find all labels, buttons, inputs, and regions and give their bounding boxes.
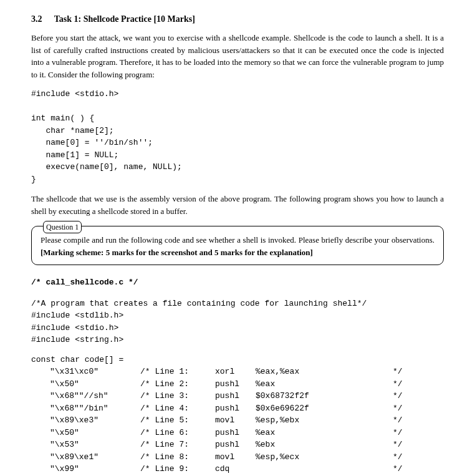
end-cell: */: [393, 427, 403, 439]
shellcode-row: "\x89\xe1"/* Line 8:movl%esp,%ecx*/: [31, 451, 403, 464]
code-file-header: /* call_shellcode.c */: [31, 276, 444, 289]
question-text: Please compile and run the following cod…: [41, 235, 434, 245]
shellcode-row: "\x50"/* Line 6:pushl%eax*/: [31, 427, 403, 439]
args-cell: $0x68732f2f: [256, 390, 393, 402]
end-cell: */: [393, 414, 403, 427]
shellcode-row: "\x99"/* Line 9:cdq*/: [31, 463, 403, 475]
code-preamble: /*A program that creates a file containi…: [31, 298, 444, 346]
bytes-cell: "\x31\xc0": [31, 366, 140, 378]
instr-cell: cdq: [215, 463, 256, 475]
bytes-cell: "\x68""//sh": [31, 390, 140, 402]
bytes-cell: "\x53": [31, 439, 140, 451]
args-cell: %eax: [256, 427, 393, 439]
instr-cell: pushl: [215, 378, 256, 391]
end-cell: */: [393, 366, 403, 378]
shellcode-row: "\x89\xe3"/* Line 5:movl%esp,%ebx*/: [31, 414, 403, 427]
line-cell: /* Line 2:: [140, 378, 215, 391]
instr-cell: pushl: [215, 427, 256, 439]
const-declaration: const char code[] =: [31, 354, 444, 366]
instr-cell: movl: [215, 414, 256, 427]
section-title: Task 1: Shellcode Practice [10 Marks]: [54, 14, 195, 24]
args-cell: [256, 463, 393, 475]
question-marking: [Marking scheme: 5 marks for the screens…: [41, 248, 313, 257]
question-box: Question 1 Please compile and run the fo…: [31, 226, 444, 265]
args-cell: %ebx: [256, 439, 393, 451]
bytes-cell: "\x50": [31, 427, 140, 439]
bytes-cell: "\x89\xe3": [31, 414, 140, 427]
shellcode-row: "\x68""//sh"/* Line 3:pushl$0x68732f2f*/: [31, 390, 403, 402]
instr-cell: xorl: [215, 366, 256, 378]
bytes-cell: "\x68""/bin": [31, 402, 140, 415]
end-cell: */: [393, 463, 403, 475]
args-cell: $0x6e69622f: [256, 402, 393, 415]
line-cell: /* Line 5:: [140, 414, 215, 427]
instr-cell: pushl: [215, 439, 256, 451]
bytes-cell: "\x89\xe1": [31, 451, 140, 464]
line-cell: /* Line 6:: [140, 427, 215, 439]
line-cell: /* Line 3:: [140, 390, 215, 402]
line-cell: /* Line 7:: [140, 439, 215, 451]
bytes-cell: "\x50": [31, 378, 140, 391]
line-cell: /* Line 1:: [140, 366, 215, 378]
args-cell: %esp,%ecx: [256, 451, 393, 464]
shellcode-table: "\x31\xc0"/* Line 1:xorl%eax,%eax*/"\x50…: [31, 366, 403, 476]
line-cell: /* Line 4:: [140, 402, 215, 415]
args-cell: %eax,%eax: [256, 366, 393, 378]
instr-cell: pushl: [215, 390, 256, 402]
line-cell: /* Line 9:: [140, 463, 215, 475]
program-1-code: #include <stdio.h> int main( ) { char *n…: [31, 88, 444, 185]
args-cell: %esp,%ebx: [256, 414, 393, 427]
end-cell: */: [393, 402, 403, 415]
bytes-cell: "\x99": [31, 463, 140, 475]
args-cell: %eax: [256, 378, 393, 391]
shellcode-row: "\x68""/bin"/* Line 4:pushl$0x6e69622f*/: [31, 402, 403, 415]
instr-cell: movl: [215, 451, 256, 464]
instr-cell: pushl: [215, 402, 256, 415]
end-cell: */: [393, 390, 403, 402]
section-heading: 3.2 Task 1: Shellcode Practice [10 Marks…: [31, 12, 444, 26]
shellcode-row: "\x50"/* Line 2:pushl%eax*/: [31, 378, 403, 391]
end-cell: */: [393, 439, 403, 451]
shellcode-row: "\x53"/* Line 7:pushl%ebx*/: [31, 439, 403, 451]
mid-paragraph: The shellcode that we use is the assembl…: [31, 193, 444, 217]
intro-paragraph: Before you start the attack, we want you…: [31, 32, 444, 80]
section-number: 3.2: [31, 12, 42, 26]
question-legend: Question 1: [43, 221, 82, 233]
end-cell: */: [393, 451, 403, 464]
line-cell: /* Line 8:: [140, 451, 215, 464]
shellcode-row: "\x31\xc0"/* Line 1:xorl%eax,%eax*/: [31, 366, 403, 378]
end-cell: */: [393, 378, 403, 391]
